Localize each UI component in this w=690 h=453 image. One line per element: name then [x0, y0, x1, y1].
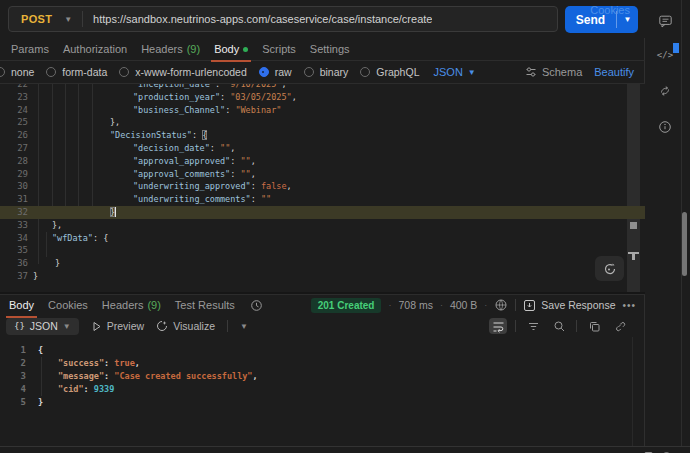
request-code-line-26[interactable]: 26"DecisionStatus": {	[0, 129, 645, 142]
save-response-button[interactable]: Save Response	[523, 299, 615, 312]
bodytype-option-binary[interactable]: binary	[304, 66, 349, 78]
bodytype-option-none[interactable]: none	[0, 66, 34, 78]
more-options-icon[interactable]: •••	[622, 300, 636, 311]
request-code-line-30[interactable]: 30"underwriting_approved": false,	[0, 180, 645, 193]
line-content[interactable]: {	[26, 344, 43, 357]
line-content[interactable]: "underwriting_comments": ""	[28, 193, 271, 206]
radio-icon[interactable]	[119, 67, 129, 77]
request-code-line-27[interactable]: 27"decision_date": "",	[0, 142, 645, 155]
filter-button[interactable]	[524, 318, 542, 334]
radio-icon[interactable]	[360, 67, 370, 77]
bodytype-option-form-data[interactable]: form-data	[46, 66, 107, 78]
line-content[interactable]: "approval_comments": "",	[28, 168, 256, 181]
request-tab-authorization[interactable]: Authorization	[56, 38, 134, 61]
request-code-line-23[interactable]: 23"production_year": "03/05/2025",	[0, 91, 645, 104]
request-code-line-34[interactable]: 34"wfData": {	[0, 232, 645, 245]
search-button[interactable]	[550, 318, 568, 334]
line-content[interactable]: },	[28, 116, 120, 129]
bodytype-option-x-www-form-urlencoded[interactable]: x-www-form-urlencoded	[119, 66, 246, 78]
request-code-line-28[interactable]: 28"approval_approved": "",	[0, 155, 645, 168]
beautify-link[interactable]: Beautify	[594, 66, 634, 78]
comment-button[interactable]	[652, 8, 678, 34]
response-tab-headers[interactable]: Headers(9)	[95, 294, 168, 317]
related-requests-button[interactable]	[652, 78, 678, 104]
schema-icon	[525, 66, 537, 78]
visualize-chevron-icon[interactable]: ▼	[240, 322, 248, 331]
request-body-editor[interactable]: 22"inception_date": "9/10/2025",23"produ…	[0, 84, 645, 292]
raw-language-dropdown[interactable]: JSON▼	[433, 66, 475, 78]
bodytype-option-raw[interactable]: raw	[259, 66, 292, 78]
request-code-line-24[interactable]: 24"business_Channel": "Webinar"	[0, 104, 645, 117]
request-code-line-32[interactable]: 32}	[0, 206, 645, 219]
request-code-line-29[interactable]: 29"approval_comments": "",	[0, 168, 645, 181]
line-content[interactable]: }	[28, 270, 38, 283]
copy-button[interactable]	[585, 318, 603, 334]
radio-icon[interactable]	[0, 67, 5, 77]
line-content[interactable]: "inception_date": "9/10/2025",	[28, 84, 287, 91]
network-info-icon[interactable]	[494, 298, 508, 312]
request-code-line-35[interactable]: 35	[0, 244, 645, 257]
line-content[interactable]: },	[28, 219, 62, 232]
line-content[interactable]: }	[26, 396, 43, 409]
line-content[interactable]: }	[28, 257, 60, 270]
line-content[interactable]: "success": true,	[26, 357, 140, 370]
request-code-line-33[interactable]: 33},	[0, 219, 645, 232]
url-input[interactable]: https://sandbox.neutrinos-apps.com/cases…	[83, 13, 432, 25]
response-code-line-4[interactable]: 4"cid": 9339	[0, 383, 645, 396]
response-tab-test-results[interactable]: Test Results	[168, 294, 242, 317]
line-content[interactable]: }	[28, 206, 116, 219]
request-tab-params[interactable]: Params	[4, 38, 56, 61]
response-code-line-5[interactable]: 5}	[0, 396, 645, 409]
request-tab-scripts[interactable]: Scripts	[255, 38, 303, 61]
status-badge[interactable]: 201 Created	[311, 298, 382, 313]
scrollbar-thumb[interactable]	[630, 222, 637, 229]
window-scrollbar-thumb[interactable]	[682, 212, 687, 276]
radio-icon[interactable]	[259, 67, 269, 77]
response-format-dropdown[interactable]: {} JSON ▼	[6, 318, 79, 335]
radio-icon[interactable]	[304, 67, 314, 77]
request-tab-settings[interactable]: Settings	[303, 38, 357, 61]
response-size[interactable]: 400 B	[450, 299, 477, 311]
request-code-line-25[interactable]: 25},	[0, 116, 645, 129]
wrap-text-button[interactable]	[489, 318, 507, 334]
line-content[interactable]: "decision_date": "",	[28, 142, 235, 155]
response-time[interactable]: 708 ms	[398, 299, 432, 311]
link-button[interactable]	[611, 318, 629, 334]
request-code-line-37[interactable]: 37}	[0, 270, 645, 283]
line-content[interactable]: "wfData": {	[28, 232, 108, 245]
bodytype-option-graphql[interactable]: GraphQL	[360, 66, 419, 78]
line-content[interactable]: "underwriting_approved": false,	[28, 180, 292, 193]
visualize-button[interactable]: Visualize	[156, 320, 215, 332]
tab-label: Body	[9, 299, 34, 311]
request-code-line-36[interactable]: 36}	[0, 257, 645, 270]
response-toolbar-icons	[489, 315, 629, 337]
request-code-line-22[interactable]: 22"inception_date": "9/10/2025",	[0, 84, 645, 91]
request-tab-headers[interactable]: Headers(9)	[134, 38, 207, 61]
visualize-label: Visualize	[173, 320, 215, 332]
preview-button[interactable]: Preview	[91, 320, 144, 332]
postbot-button[interactable]	[595, 256, 624, 281]
response-code-line-2[interactable]: 2"success": true,	[0, 357, 645, 370]
line-content[interactable]: "message": "Case created successfully",	[26, 370, 258, 383]
response-tab-body[interactable]: Body	[2, 294, 41, 317]
sidebar-scroll-indicator[interactable]	[673, 43, 679, 53]
line-content[interactable]: "approval_approved": "",	[28, 155, 256, 168]
info-button[interactable]	[652, 114, 678, 140]
line-content[interactable]: "business_Channel": "Webinar"	[28, 104, 281, 117]
response-history-button[interactable]	[250, 299, 263, 312]
response-body-viewer[interactable]: 1{2"success": true,3"message": "Case cre…	[0, 337, 645, 446]
response-code-line-3[interactable]: 3"message": "Case created successfully",	[0, 370, 645, 383]
token: :	[104, 358, 114, 368]
method-selector[interactable]: POST ▼	[9, 13, 82, 25]
response-tab-cookies[interactable]: Cookies	[41, 294, 95, 317]
request-tab-body[interactable]: Body	[207, 38, 255, 61]
line-content[interactable]	[28, 244, 33, 257]
schema-button[interactable]: Schema	[525, 66, 582, 78]
line-content[interactable]: "DecisionStatus": {	[28, 129, 207, 142]
cookies-link[interactable]: Cookies	[590, 4, 630, 16]
line-content[interactable]: "production_year": "03/05/2025",	[28, 91, 297, 104]
line-content[interactable]: "cid": 9339	[26, 383, 114, 396]
response-code-line-1[interactable]: 1{	[0, 344, 645, 357]
request-code-line-31[interactable]: 31"underwriting_comments": ""	[0, 193, 645, 206]
radio-icon[interactable]	[46, 67, 56, 77]
